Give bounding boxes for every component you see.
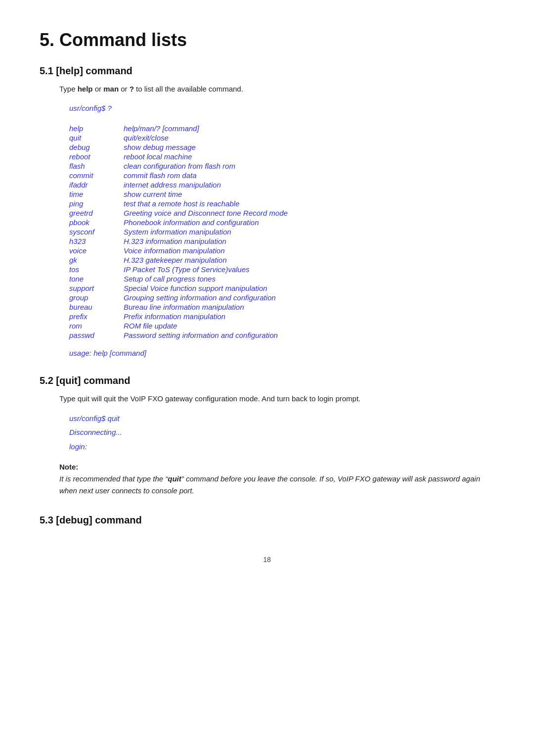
- cmd-name-cell: sysconf: [69, 227, 114, 236]
- help-prompt-line: usr/config$ ?: [69, 104, 112, 112]
- table-row: passwdPassword setting information and c…: [69, 331, 288, 340]
- cmd-desc-cell: show debug message: [114, 142, 288, 152]
- table-row: toneSetup of call progress tones: [69, 274, 288, 284]
- cmd-name-cell: prefix: [69, 312, 114, 321]
- cmd-desc-cell: Password setting information and configu…: [114, 331, 288, 340]
- help-prompt: usr/config$ ?: [69, 102, 494, 115]
- cmd-desc-cell: internet address manipulation: [114, 180, 288, 189]
- table-row: commitcommit flash rom data: [69, 171, 288, 180]
- section-5-1-heading: 5.1 [help] command: [40, 65, 494, 77]
- cmd-desc-cell: H.323 information manipulation: [114, 236, 288, 246]
- table-row: flashclean configuration from flash rom: [69, 161, 288, 171]
- table-row: tosIP Packet ToS (Type of Service)values: [69, 265, 288, 274]
- section-5-2: 5.2 [quit] command Type quit will quit t…: [40, 375, 494, 497]
- cmd-name-cell: bureau: [69, 302, 114, 312]
- cmd-name-cell: reboot: [69, 152, 114, 161]
- cmd-name-cell: tone: [69, 274, 114, 284]
- cmd-name-cell: flash: [69, 161, 114, 171]
- table-row: h323H.323 information manipulation: [69, 236, 288, 246]
- quit-code-block: usr/config$ quitDisconnecting...login:: [69, 412, 494, 454]
- cmd-name-cell: ping: [69, 199, 114, 208]
- table-row: groupGrouping setting information and co…: [69, 293, 288, 302]
- cmd-name-cell: ifaddr: [69, 180, 114, 189]
- table-row: timeshow current time: [69, 189, 288, 199]
- table-row: gkH.323 gatekeeper manipulation: [69, 255, 288, 265]
- cmd-desc-cell: help/man/? [command]: [114, 124, 288, 133]
- cmd-name-cell: group: [69, 293, 114, 302]
- page-number: 18: [40, 556, 494, 564]
- table-row: supportSpecial Voice function support ma…: [69, 284, 288, 293]
- quit-line: usr/config$ quit: [69, 412, 494, 426]
- page-title: 5. Command lists: [40, 30, 494, 50]
- cmd-desc-cell: test that a remote host is reachable: [114, 199, 288, 208]
- cmd-desc-cell: reboot local machine: [114, 152, 288, 161]
- cmd-desc-cell: Greeting voice and Disconnect tone Recor…: [114, 208, 288, 218]
- cmd-desc-cell: Setup of call progress tones: [114, 274, 288, 284]
- cmd-desc-cell: Bureau line information manipulation: [114, 302, 288, 312]
- note-label: Note:: [59, 463, 494, 471]
- table-row: quitquit/exit/close: [69, 133, 288, 142]
- table-row: pbookPhonebook information and configura…: [69, 218, 288, 227]
- table-row: voiceVoice information manipulation: [69, 246, 288, 255]
- section-5-3: 5.3 [debug] command: [40, 515, 494, 526]
- table-row: sysconfSystem information manipulation: [69, 227, 288, 236]
- cmd-desc-cell: clean configuration from flash rom: [114, 161, 288, 171]
- table-row: rebootreboot local machine: [69, 152, 288, 161]
- table-row: ifaddrinternet address manipulation: [69, 180, 288, 189]
- cmd-name-cell: greetrd: [69, 208, 114, 218]
- table-row: prefixPrefix information manipulation: [69, 312, 288, 321]
- cmd-name-cell: h323: [69, 236, 114, 246]
- cmd-name-cell: tos: [69, 265, 114, 274]
- usage-line: usage: help [command]: [69, 349, 494, 357]
- cmd-name-cell: support: [69, 284, 114, 293]
- cmd-desc-cell: Prefix information manipulation: [114, 312, 288, 321]
- cmd-name-cell: time: [69, 189, 114, 199]
- cmd-desc-cell: ROM file update: [114, 321, 288, 331]
- table-row: debugshow debug message: [69, 142, 288, 152]
- cmd-desc-cell: Special Voice function support manipulat…: [114, 284, 288, 293]
- cmd-desc-cell: Grouping setting information and configu…: [114, 293, 288, 302]
- note-text: It is recommended that type the “quit” c…: [59, 473, 494, 497]
- table-row: pingtest that a remote host is reachable: [69, 199, 288, 208]
- cmd-name-cell: quit: [69, 133, 114, 142]
- table-row: romROM file update: [69, 321, 288, 331]
- section-5-3-heading: 5.3 [debug] command: [40, 515, 494, 526]
- cmd-name-cell: help: [69, 124, 114, 133]
- cmd-name-cell: rom: [69, 321, 114, 331]
- quit-line: Disconnecting...: [69, 425, 494, 440]
- cmd-desc-cell: H.323 gatekeeper manipulation: [114, 255, 288, 265]
- section-5-2-intro: Type quit will quit the VoIP FXO gateway…: [59, 394, 494, 403]
- cmd-name-cell: debug: [69, 142, 114, 152]
- table-row: helphelp/man/? [command]: [69, 124, 288, 133]
- cmd-name-cell: gk: [69, 255, 114, 265]
- quit-line: login:: [69, 440, 494, 454]
- cmd-desc-cell: Voice information manipulation: [114, 246, 288, 255]
- cmd-desc-cell: IP Packet ToS (Type of Service)values: [114, 265, 288, 274]
- cmd-name-cell: passwd: [69, 331, 114, 340]
- cmd-desc-cell: commit flash rom data: [114, 171, 288, 180]
- cmd-desc-cell: System information manipulation: [114, 227, 288, 236]
- cmd-name-cell: commit: [69, 171, 114, 180]
- cmd-desc-cell: show current time: [114, 189, 288, 199]
- section-5-1-intro: Type help or man or ? to list all the av…: [59, 85, 494, 93]
- note-block: Note: It is recommended that type the “q…: [59, 463, 494, 497]
- cmd-desc-cell: Phonebook information and configuration: [114, 218, 288, 227]
- section-5-2-heading: 5.2 [quit] command: [40, 375, 494, 386]
- cmd-name-cell: voice: [69, 246, 114, 255]
- command-table: helphelp/man/? [command]quitquit/exit/cl…: [69, 124, 288, 340]
- section-5-1: 5.1 [help] command Type help or man or ?…: [40, 65, 494, 357]
- table-row: bureauBureau line information manipulati…: [69, 302, 288, 312]
- cmd-desc-cell: quit/exit/close: [114, 133, 288, 142]
- table-row: greetrdGreeting voice and Disconnect ton…: [69, 208, 288, 218]
- cmd-name-cell: pbook: [69, 218, 114, 227]
